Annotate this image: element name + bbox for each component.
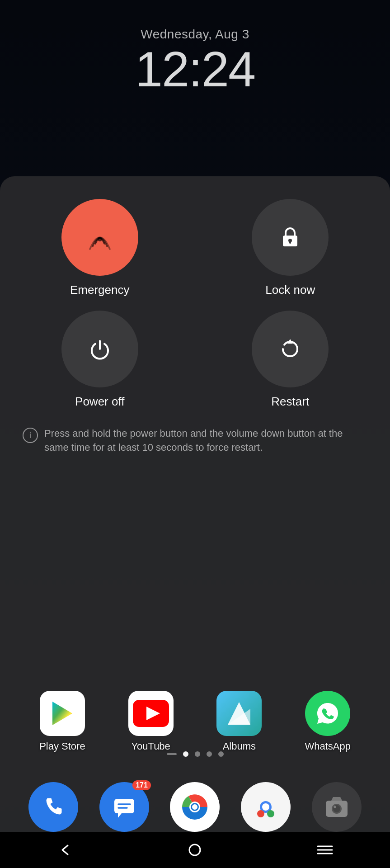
nav-menu-button[interactable] (307, 832, 343, 868)
dock-chrome-button[interactable] (170, 782, 220, 832)
svg-point-27 (189, 844, 200, 855)
emergency-circle[interactable] (61, 199, 138, 276)
play-store-icon[interactable] (40, 691, 85, 736)
app-youtube[interactable]: YouTube (119, 691, 183, 752)
whatsapp-icon[interactable] (305, 691, 350, 736)
svg-rect-10 (114, 799, 134, 813)
youtube-icon[interactable] (128, 691, 174, 736)
svg-point-17 (192, 804, 197, 810)
app-play-store[interactable]: Play Store (31, 691, 94, 752)
svg-marker-11 (118, 813, 122, 818)
albums-icon[interactable] (216, 691, 262, 736)
page-dot-2 (195, 751, 200, 757)
date-display: Wednesday, Aug 3 (0, 27, 390, 42)
nav-home-button[interactable] (177, 832, 213, 868)
dock-messages-button[interactable]: 171 (99, 782, 149, 832)
app-whatsapp[interactable]: WhatsApp (296, 691, 359, 752)
play-store-label: Play Store (39, 741, 85, 752)
emergency-button[interactable]: Emergency (61, 199, 138, 297)
messages-badge: 171 (132, 780, 151, 790)
bottom-dock: 171 (0, 782, 390, 832)
power-off-icon (88, 337, 112, 361)
power-off-button[interactable]: Power off (61, 311, 138, 409)
lock-icon (278, 226, 302, 249)
page-dot-4 (218, 751, 224, 757)
app-albums[interactable]: Albums (207, 691, 271, 752)
svg-marker-5 (52, 702, 72, 725)
page-dot-1 (183, 751, 188, 757)
power-menu-panel: Emergency Lock now (0, 176, 390, 868)
info-icon: i (23, 428, 38, 443)
lock-circle[interactable] (252, 199, 329, 276)
navigation-bar (0, 832, 390, 868)
lockscreen-info: Wednesday, Aug 3 12:24 (0, 27, 390, 96)
time-display: 12:24 (0, 42, 390, 96)
app-row: Play Store YouTube Albums (0, 691, 390, 760)
restart-icon (278, 337, 302, 361)
albums-label: Albums (223, 741, 256, 752)
svg-point-21 (267, 810, 274, 817)
force-restart-info: i Press and hold the power button and th… (18, 422, 372, 459)
dock-phone-button[interactable] (28, 782, 78, 832)
dock-assistant-button[interactable] (241, 782, 291, 832)
restart-button[interactable]: Restart (252, 311, 329, 409)
nav-back-button[interactable] (47, 832, 83, 868)
emergency-signal-icon (87, 225, 113, 250)
page-indicators (0, 751, 390, 757)
power-menu-grid: Emergency Lock now (18, 199, 372, 409)
force-restart-text: Press and hold the power button and the … (44, 427, 367, 455)
svg-point-26 (334, 806, 336, 808)
svg-rect-3 (289, 241, 291, 244)
page-dot-0 (167, 753, 177, 755)
page-dot-3 (207, 751, 212, 757)
svg-marker-23 (331, 797, 342, 801)
svg-point-19 (262, 803, 269, 811)
emergency-label: Emergency (70, 283, 130, 297)
whatsapp-label: WhatsApp (305, 741, 351, 752)
lock-now-button[interactable]: Lock now (252, 199, 329, 297)
svg-point-20 (257, 810, 264, 817)
restart-circle[interactable] (252, 311, 329, 387)
power-circle[interactable] (61, 311, 138, 387)
lock-now-label: Lock now (265, 283, 315, 297)
dock-camera-button[interactable] (312, 782, 362, 832)
youtube-label: YouTube (131, 741, 170, 752)
app-icons-row: Play Store YouTube Albums (18, 691, 372, 752)
power-off-label: Power off (75, 395, 124, 409)
restart-label: Restart (271, 395, 309, 409)
